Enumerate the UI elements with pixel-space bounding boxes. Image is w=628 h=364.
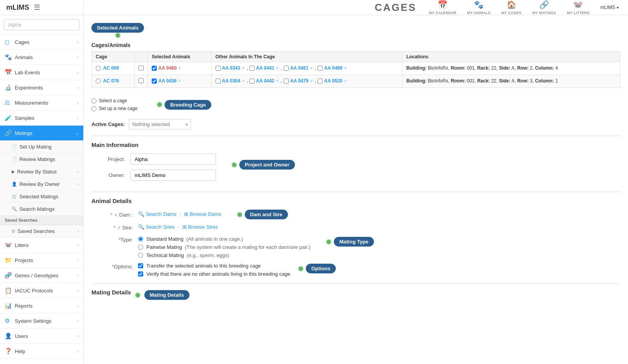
search-dams-link[interactable]: Search Dams: [146, 211, 177, 217]
standard-mating-radio-label[interactable]: Standard Mating (All animals in one cage…: [138, 236, 310, 242]
other-animal-checkbox-aa0461[interactable]: [284, 66, 289, 71]
sidebar-item-cages[interactable]: ◻ Cages ›: [0, 35, 83, 50]
cage-checkbox-1[interactable]: [139, 65, 144, 70]
location-cell-2: Building: BioInfoRx, Room: 001, Rack: 22…: [402, 75, 620, 88]
layout: ◻ Cages › 🐾 Animals › 📅 Lab Events › 🔬: [0, 15, 628, 364]
new-cage-radio-label[interactable]: Set up a new cage: [91, 106, 137, 111]
sidebar-item-measurements[interactable]: ⚖ Measurements ›: [0, 95, 83, 110]
other-animal-checkbox-aa0441[interactable]: [249, 66, 254, 71]
type-content: Standard Mating (All animals in one cage…: [138, 236, 310, 258]
pairwise-mating-radio-label[interactable]: Pairwise Mating (The system will create …: [138, 244, 310, 250]
sidebar-item-iacuc[interactable]: 📋 IACUC Protocols ›: [0, 283, 83, 298]
other-animal-checkbox-aa0520[interactable]: [318, 79, 323, 84]
other-animal-checkbox-aa0499[interactable]: [318, 66, 323, 71]
project-input[interactable]: [130, 154, 216, 165]
browse-sires-link[interactable]: Browse Sires: [188, 224, 218, 230]
select-cage-radio[interactable]: [91, 98, 96, 103]
sidebar-item-lab-events[interactable]: 📅 Lab Events ›: [0, 65, 83, 80]
litters-chevron: ›: [77, 243, 79, 247]
submenu-review-by-owner[interactable]: 👤 Review By Owner ›: [0, 178, 83, 191]
selected-animals-annotation-area: Selected Animals: [91, 23, 620, 38]
search-input[interactable]: [4, 19, 79, 30]
other-animal-aa0520[interactable]: AA 0520 ♂: [324, 78, 347, 84]
search-sires-link[interactable]: Search Sires: [146, 224, 175, 230]
submenu-search-matings[interactable]: 🔍 Search Matings: [0, 203, 83, 215]
technical-mating-radio[interactable]: [138, 253, 143, 258]
sidebar-experiments-label: Experiments: [15, 85, 43, 91]
other-animal-aa0442[interactable]: AA 0442 ♂: [256, 78, 279, 84]
selected-animals-dot: [115, 33, 121, 38]
other-animal-aa0304[interactable]: AA 0304 ♂: [222, 78, 245, 84]
cage-checkbox-2[interactable]: [139, 78, 144, 83]
cages-chevron: ›: [77, 40, 79, 44]
transfer-checkbox[interactable]: [138, 263, 143, 268]
sidebar-item-animals[interactable]: 🐾 Animals ›: [0, 50, 83, 65]
my-cages-label: MY CAGES: [502, 11, 521, 15]
owner-input[interactable]: [130, 170, 216, 181]
animal-link-aa0436[interactable]: AA 0436 ♂: [158, 78, 181, 84]
transfer-checkbox-label[interactable]: Transfer the selected animals to this br…: [138, 263, 290, 269]
browse-dams-link[interactable]: Browse Dams: [190, 211, 221, 217]
cage-radio-1[interactable]: [96, 66, 101, 71]
sidebar-users-label: Users: [15, 333, 28, 339]
cage-link-ac009[interactable]: AC 009: [103, 65, 119, 71]
search-sires-icon: 🔍: [138, 224, 144, 230]
other-animal-checkbox-aa0479[interactable]: [284, 79, 289, 84]
cages-animals-table: Cage Selected Animals Other Animals In T…: [91, 51, 620, 88]
users-chevron: ›: [77, 334, 79, 338]
cage-radio-2[interactable]: [96, 79, 101, 84]
other-animal-aa0441[interactable]: AA 0441 ♀: [256, 65, 279, 71]
other-animal-aa0499[interactable]: AA 0499 ♀: [324, 65, 347, 71]
options-dot: [298, 266, 303, 271]
submenu-review-matings[interactable]: 📄 Review Matings: [0, 153, 83, 166]
sidebar-matings-label: Matings: [15, 130, 33, 136]
sidebar-item-genes[interactable]: 🧬 Genes / Genotypes ›: [0, 268, 83, 283]
sidebar-item-samples[interactable]: 🧪 Samples ›: [0, 110, 83, 126]
my-matings-nav[interactable]: 🔗 MY MATINGS: [532, 0, 556, 15]
submenu-set-up-mating[interactable]: 📄 Set Up Mating: [0, 141, 83, 153]
hamburger-icon[interactable]: ☰: [34, 3, 40, 12]
sidebar-item-experiments[interactable]: 🔬 Experiments ›: [0, 80, 83, 95]
measurements-chevron: ›: [77, 101, 79, 105]
cage-checkbox-cell-2: [135, 75, 148, 88]
selected-animals-cell-1: AA 0460 ♀: [148, 62, 212, 75]
other-animal-checkbox-aa0304[interactable]: [216, 79, 221, 84]
new-cage-radio[interactable]: [91, 106, 96, 111]
submenu-review-by-status[interactable]: ▶ Review By Status ›: [0, 166, 83, 178]
matings-chevron: ⌄: [75, 131, 79, 135]
standard-mating-radio[interactable]: [138, 236, 143, 242]
other-animal-checkbox-aa0343[interactable]: [216, 66, 221, 71]
technical-mating-radio-label[interactable]: Technical Mating (e.g., sperm, eggs): [138, 252, 310, 258]
user-menu[interactable]: mLIMS: [600, 5, 619, 10]
sidebar-item-projects[interactable]: 📁 Projects ›: [0, 253, 83, 268]
animal-checkbox-aa0436[interactable]: [152, 79, 157, 84]
sidebar-item-matings[interactable]: 🔗 Matings ⌄: [0, 126, 83, 141]
submenu-selected-matings[interactable]: 🛒 Selected Matings: [0, 191, 83, 203]
animal-checkbox-aa0460[interactable]: [152, 66, 157, 71]
sidebar-item-system-settings[interactable]: ⚙ System Settings ›: [0, 313, 83, 329]
verify-checkbox-label[interactable]: Verify that there are no other animals l…: [138, 271, 290, 277]
sidebar-item-reports[interactable]: 📊 Reports ›: [0, 298, 83, 313]
sidebar-item-help[interactable]: ❓ Help ›: [0, 344, 83, 359]
cage-link-ac076[interactable]: AC 076: [103, 78, 119, 84]
other-animal-aa0479[interactable]: AA 0479 ♂: [290, 78, 313, 84]
submenu-saved-searches[interactable]: ⊙ Saved Searches ›: [0, 225, 83, 238]
litters-icon: 🐭: [573, 0, 583, 9]
my-animals-nav[interactable]: 🐾 MY ANIMALS: [467, 0, 491, 15]
my-cages-nav[interactable]: 🏠 MY CAGES: [502, 0, 521, 15]
selected-matings-label: Selected Matings: [19, 194, 58, 200]
active-cages-select[interactable]: Nothing selected: [129, 119, 191, 130]
cages-animals-section-label: Cages/Animals: [91, 42, 620, 48]
verify-checkbox[interactable]: [138, 271, 143, 276]
pairwise-mating-radio[interactable]: [138, 245, 143, 250]
animal-link-aa0460[interactable]: AA 0460 ♀: [158, 65, 181, 71]
animals-icon: 🐾: [5, 54, 12, 61]
my-calendar-nav[interactable]: 📅 MY CALENDAR: [429, 0, 456, 15]
other-animal-aa0343[interactable]: AA 0343 ♀: [222, 65, 245, 71]
other-animal-aa0461[interactable]: AA 0461 ♀: [290, 65, 313, 71]
sidebar-item-litters[interactable]: 🐭 Litters ›: [0, 238, 83, 253]
my-litters-nav[interactable]: 🐭 MY LITTERS: [567, 0, 589, 15]
select-cage-radio-label[interactable]: Select a cage: [91, 98, 137, 103]
sidebar-item-users[interactable]: 👤 Users ›: [0, 329, 83, 344]
other-animal-checkbox-aa0442[interactable]: [249, 79, 254, 84]
